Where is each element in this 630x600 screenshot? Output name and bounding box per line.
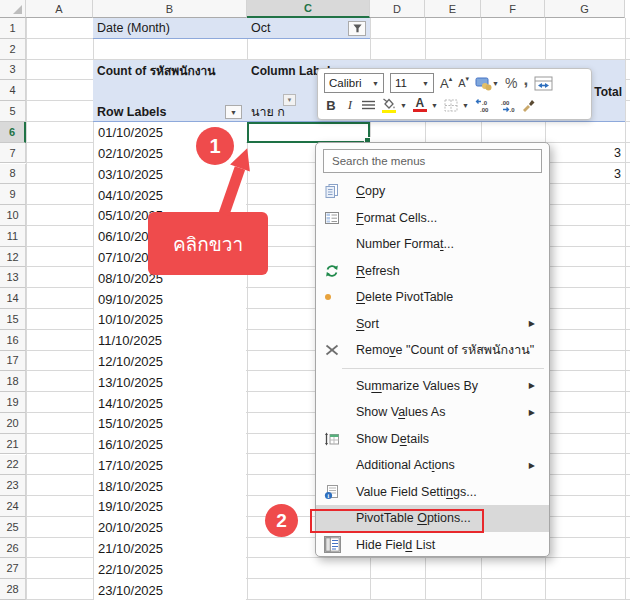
menu-item-summarize-values-by[interactable]: Summarize Values By▶ — [316, 373, 549, 400]
comma-style-button[interactable]: , — [523, 70, 528, 90]
date-cell-row-18[interactable]: 13/10/2025 — [94, 372, 246, 392]
date-cell-row-14[interactable]: 09/10/2025 — [94, 289, 246, 309]
date-cell-row-22[interactable]: 17/10/2025 — [94, 456, 246, 476]
date-cell-row-28[interactable]: 23/10/2025 — [94, 580, 246, 600]
row-header-11[interactable]: 11 — [0, 226, 26, 247]
menu-item-hide-field-list[interactable]: Hide Field List — [316, 532, 549, 559]
pivot-title-cell[interactable]: Count of รหัสพนักงาน — [97, 60, 247, 81]
date-cell-row-19[interactable]: 14/10/2025 — [94, 393, 246, 413]
selected-cell-C6[interactable] — [247, 122, 370, 143]
row-header-28[interactable]: 28 — [0, 579, 26, 600]
autofit-width-button[interactable] — [534, 76, 553, 91]
fill-color-button[interactable] — [381, 98, 396, 113]
date-cell-row-25[interactable]: 20/10/2025 — [94, 518, 246, 538]
decrease-decimal-button[interactable]: .00 .0 — [498, 98, 515, 113]
column-header-C[interactable]: C — [247, 0, 370, 18]
column-header-F[interactable]: F — [481, 0, 545, 18]
date-cell-row-8[interactable]: 03/10/2025 — [94, 165, 246, 185]
date-cell-row-9[interactable]: 04/10/2025 — [94, 185, 246, 205]
date-cell-row-16[interactable]: 11/10/2025 — [94, 331, 246, 351]
row-header-23[interactable]: 23 — [0, 475, 26, 496]
menu-item-additional-actions[interactable]: Additional Actions▶ — [316, 452, 549, 479]
row-header-24[interactable]: 24 — [0, 496, 26, 517]
menu-item-copy[interactable]: Copy — [316, 178, 549, 205]
menu-item-format-cells[interactable]: Format Cells... — [316, 205, 549, 232]
row-header-17[interactable]: 17 — [0, 351, 26, 372]
remove-x-icon — [316, 342, 356, 358]
row-header-5[interactable]: 5 — [0, 101, 26, 122]
row-header-21[interactable]: 21 — [0, 434, 26, 455]
column-header-E[interactable]: E — [425, 0, 481, 18]
font-name-combo[interactable]: Calibri▼ — [324, 73, 384, 93]
cell-styles-button[interactable]: ▼ — [475, 76, 499, 91]
value-cell-row-7[interactable]: 3 — [545, 143, 625, 164]
row-labels: Row Labels — [97, 105, 166, 119]
date-cell-row-24[interactable]: 19/10/2025 — [94, 497, 246, 517]
row-header-14[interactable]: 14 — [0, 288, 26, 309]
menu-item-refresh[interactable]: Refresh — [316, 258, 549, 285]
date-cell-row-27[interactable]: 22/10/2025 — [94, 559, 246, 579]
row-header-8[interactable]: 8 — [0, 164, 26, 185]
row-header-7[interactable]: 7 — [0, 143, 26, 164]
font-color-button[interactable]: A — [413, 98, 427, 112]
date-cell-row-20[interactable]: 15/10/2025 — [94, 414, 246, 434]
row-header-1[interactable]: 1 — [0, 18, 26, 39]
row-header-15[interactable]: 15 — [0, 309, 26, 330]
percent-style-button[interactable]: % — [505, 75, 517, 91]
date-cell-row-21[interactable]: 16/10/2025 — [94, 435, 246, 455]
column-header-D[interactable]: D — [370, 0, 425, 18]
row-header-2[interactable]: 2 — [0, 39, 26, 60]
date-cell-row-17[interactable]: 12/10/2025 — [94, 352, 246, 372]
value-cell-row-8[interactable]: 3 — [545, 164, 625, 185]
submenu-arrow-icon: ▶ — [529, 319, 535, 328]
row-header-20[interactable]: 20 — [0, 413, 26, 434]
column-header-B[interactable]: B — [93, 0, 247, 18]
shrink-font-button[interactable]: A▾ — [458, 77, 469, 89]
row-header-4[interactable]: 4 — [0, 80, 26, 101]
row-header-18[interactable]: 18 — [0, 371, 26, 392]
format-painter-button[interactable] — [521, 98, 536, 112]
borders-button[interactable] — [444, 99, 458, 112]
row-header-12[interactable]: 12 — [0, 247, 26, 268]
hide-field-list-icon — [316, 536, 356, 553]
italic-button[interactable]: I — [344, 97, 356, 113]
bold-button[interactable]: B — [324, 98, 338, 113]
italic-glyph: I — [348, 97, 352, 113]
row-header-10[interactable]: 10 — [0, 205, 26, 226]
menu-item-remove-count[interactable]: Remove "Count of รหัสพนักงาน" — [316, 337, 549, 364]
row-header-26[interactable]: 26 — [0, 538, 26, 559]
column-header-A[interactable]: A — [26, 0, 93, 18]
column-header-G[interactable]: G — [545, 0, 625, 18]
menu-item-value-field-settings[interactable]: iValue Field Settings... — [316, 479, 549, 506]
increase-decimal-button[interactable]: .0 .00 — [475, 98, 492, 113]
row-header-27[interactable]: 27 — [0, 558, 26, 579]
filter-funnel-button[interactable] — [348, 21, 366, 36]
row-header-19[interactable]: 19 — [0, 392, 26, 413]
menu-item-label: Format Cells... — [356, 211, 437, 225]
row-header-9[interactable]: 9 — [0, 184, 26, 205]
step-2-number: 2 — [276, 510, 287, 532]
row-labels-cell[interactable]: Row Labels — [97, 101, 217, 122]
menu-item-sort[interactable]: Sort▶ — [316, 311, 549, 338]
menu-item-delete-pivottable[interactable]: Delete PivotTable — [316, 284, 549, 311]
align-button[interactable] — [362, 100, 375, 110]
menu-item-number-format[interactable]: Number Format... — [316, 231, 549, 258]
date-cell-row-26[interactable]: 21/10/2025 — [94, 539, 246, 559]
row-header-3[interactable]: 3 — [0, 60, 26, 81]
row-header-6[interactable]: 6 — [0, 122, 26, 143]
menu-search-input[interactable]: Search the menus — [323, 149, 542, 173]
row-labels-dropdown-button[interactable]: ▼ — [225, 105, 242, 119]
grow-font-button[interactable]: A▴ — [440, 76, 452, 91]
filter-field-cell[interactable]: Date (Month) — [93, 18, 247, 39]
row-header-16[interactable]: 16 — [0, 330, 26, 351]
date-cell-row-15[interactable]: 10/10/2025 — [94, 310, 246, 330]
font-size-combo[interactable]: 11▼ — [390, 73, 434, 93]
row-header-22[interactable]: 22 — [0, 455, 26, 476]
svg-text:.00: .00 — [480, 106, 489, 112]
date-cell-row-23[interactable]: 18/10/2025 — [94, 476, 246, 496]
menu-item-show-details[interactable]: Show Details — [316, 426, 549, 453]
row-header-13[interactable]: 13 — [0, 267, 26, 288]
select-all-corner[interactable] — [0, 0, 26, 18]
menu-item-show-values-as[interactable]: Show Values As▶ — [316, 399, 549, 426]
row-header-25[interactable]: 25 — [0, 517, 26, 538]
